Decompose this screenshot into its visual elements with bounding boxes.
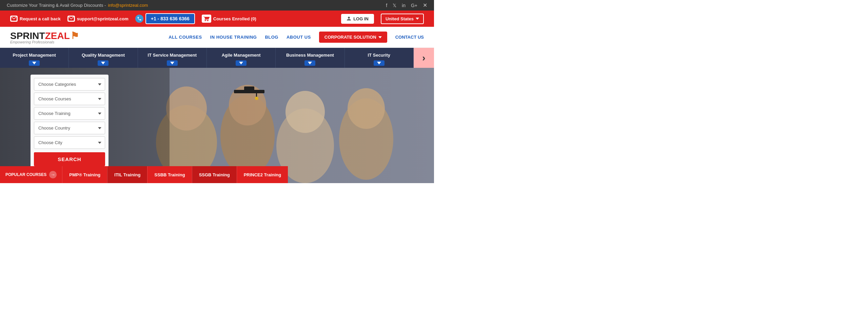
cat-it-service[interactable]: IT Service Management	[138, 48, 207, 68]
country-select[interactable]: Choose Country	[34, 122, 105, 134]
linkedin-icon[interactable]: in	[402, 3, 406, 8]
cat-its-label: IT Service Management	[148, 53, 197, 58]
cat-agile-label: Agile Management	[222, 53, 261, 58]
announcement-message: Customize Your Training & Avail Group Di…	[7, 3, 106, 8]
course-tag-prince2[interactable]: PRINCE2 Training	[237, 166, 288, 183]
cat-it-security[interactable]: IT Security	[345, 48, 414, 68]
popular-arrow-icon: →	[49, 171, 57, 178]
country-label: United States	[386, 16, 414, 21]
cat-project-management[interactable]: Project Management	[0, 48, 69, 68]
phone-icon	[135, 15, 143, 23]
courses-select[interactable]: Choose Courses	[34, 93, 105, 105]
popular-text: POPULAR COURSES	[5, 172, 46, 177]
cat-pm-label: Project Management	[13, 53, 56, 58]
search-panel: Choose Categories Choose Courses Choose …	[31, 75, 108, 170]
phone-item[interactable]: +1 - 833 636 6366	[135, 13, 195, 24]
search-button[interactable]: SEARCH	[34, 152, 105, 166]
twitter-icon[interactable]: 𝕏	[393, 3, 396, 8]
popular-label: POPULAR COURSES →	[0, 166, 62, 183]
popular-courses-bar: POPULAR COURSES → PMP® Training ITIL Tra…	[0, 166, 434, 183]
cat-quality-management[interactable]: Quality Management	[69, 48, 138, 68]
request-callback[interactable]: Request a call back	[10, 16, 61, 22]
close-icon[interactable]: ✕	[423, 2, 427, 8]
main-nav: ALL COURSES IN HOUSE TRAINING BLOG ABOUT…	[169, 32, 424, 43]
course-tag-ssbb[interactable]: SSBB Training	[147, 166, 192, 183]
city-select[interactable]: Choose City	[34, 136, 105, 149]
cart-icon	[202, 15, 211, 23]
announcement-email[interactable]: info@sprintzeal.com	[108, 3, 148, 8]
training-select[interactable]: Choose Training	[34, 107, 105, 120]
cat-qm-dropdown[interactable]	[98, 60, 108, 66]
cart-item[interactable]: Courses Enrolled (0)	[202, 15, 256, 23]
logo-sprint: SPRINT	[10, 31, 45, 41]
announcement-text: Customize Your Training & Avail Group Di…	[7, 3, 148, 8]
cat-sec-dropdown[interactable]	[374, 60, 384, 66]
right-arrow-icon: ›	[422, 53, 425, 63]
support-email[interactable]: support@sprintzeal.com	[67, 16, 129, 22]
phone-button[interactable]: +1 - 833 636 6366	[145, 13, 195, 24]
course-tag-itil[interactable]: ITIL Training	[107, 166, 147, 183]
cat-qm-label: Quality Management	[82, 53, 125, 58]
nav-inhouse-training[interactable]: IN HOUSE TRAINING	[210, 35, 257, 40]
logo: SPRINTZEAL⚑ Empowering Professionals	[10, 30, 79, 44]
support-email-label: support@sprintzeal.com	[77, 16, 129, 21]
corporate-solution-button[interactable]: CORPORATE SOLUTION	[319, 32, 387, 43]
nav-all-courses[interactable]: ALL COURSES	[169, 35, 202, 40]
cat-biz-dropdown[interactable]	[304, 60, 315, 66]
corp-label: CORPORATE SOLUTION	[324, 35, 376, 40]
nav-about-us[interactable]: ABOUT US	[287, 35, 311, 40]
social-links: f 𝕏 in G+ ✕	[386, 2, 427, 8]
cart-label: Courses Enrolled (0)	[213, 16, 256, 21]
mail-icon	[10, 16, 18, 22]
cat-biz-label: Business Management	[286, 53, 334, 58]
logo-zeal: ZEAL	[45, 31, 70, 41]
logo-icon: ⚑	[71, 31, 79, 41]
login-button[interactable]: LOG IN	[341, 14, 374, 24]
country-selector[interactable]: United States	[381, 14, 424, 24]
callback-label: Request a call back	[20, 16, 61, 21]
cat-agile-dropdown[interactable]	[236, 60, 246, 66]
course-tag-ssgb[interactable]: SSGB Training	[192, 166, 237, 183]
categories-next-arrow[interactable]: ›	[414, 48, 434, 68]
cat-pm-dropdown[interactable]	[29, 60, 40, 66]
categories-select[interactable]: Choose Categories	[34, 78, 105, 91]
nav-blog[interactable]: BLOG	[265, 35, 278, 40]
announcement-bar: Customize Your Training & Avail Group Di…	[0, 0, 434, 11]
cat-sec-label: IT Security	[368, 53, 390, 58]
googleplus-icon[interactable]: G+	[411, 3, 417, 8]
cat-business[interactable]: Business Management	[276, 48, 344, 68]
action-bar: Request a call back support@sprintzeal.c…	[0, 11, 434, 27]
login-label: LOG IN	[353, 16, 369, 21]
facebook-icon[interactable]: f	[386, 3, 387, 8]
hero-section: Choose Categories Choose Courses Choose …	[0, 68, 434, 183]
nav-contact-us[interactable]: CONTACT US	[395, 35, 424, 40]
cat-agile[interactable]: Agile Management	[207, 48, 276, 68]
header: SPRINTZEAL⚑ Empowering Professionals ALL…	[0, 27, 434, 48]
support-mail-icon	[67, 16, 75, 22]
course-tag-pmp[interactable]: PMP® Training	[62, 166, 107, 183]
category-nav: Project Management Quality Management IT…	[0, 48, 434, 68]
cat-its-dropdown[interactable]	[167, 60, 178, 66]
